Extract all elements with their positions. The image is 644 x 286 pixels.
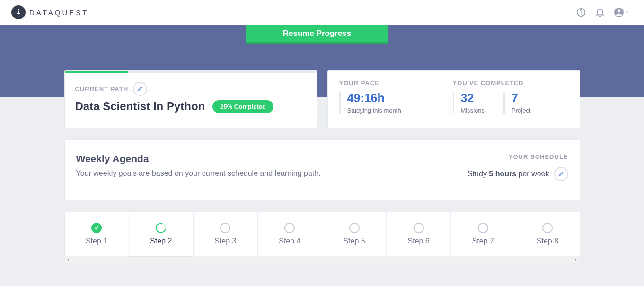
edit-path-button[interactable] [133,82,147,96]
pace-sub: Studying this month [347,107,453,114]
step-status-icon [349,223,360,233]
schedule-prefix: Study [468,170,489,178]
missions-value: 32 [461,92,485,104]
current-path-label: CURRENT PATH [75,86,129,93]
step-status-icon [220,223,230,233]
account-icon[interactable] [614,7,630,17]
step-status-icon [154,221,168,235]
step-tab-5[interactable]: Step 5 [322,212,387,256]
schedule-text: Study 5 hours per week [468,170,549,178]
step-tab-2[interactable]: Step 2 [129,212,194,256]
schedule-hours: 5 hours [489,170,516,178]
brand-logo[interactable]: DATAQUEST [11,5,88,19]
bell-icon[interactable] [595,7,605,17]
edit-schedule-button[interactable] [554,167,568,181]
rocket-icon [11,5,26,19]
step-tab-8[interactable]: Step 8 [515,212,579,256]
agenda-title: Weekly Agenda [76,153,321,165]
stats-card: YOUR PACE 49:16h Studying this month YOU… [327,70,580,128]
svg-point-2 [581,14,581,15]
path-title: Data Scientist In Python [75,100,205,113]
help-icon[interactable] [576,7,586,17]
step-label: Step 7 [472,237,494,245]
app-header: DATAQUEST [0,0,644,25]
step-tab-3[interactable]: Step 3 [194,212,258,256]
step-status-icon [542,223,553,233]
weekly-agenda-card: Weekly Agenda Your weekly goals are base… [64,139,580,200]
check-icon [91,223,102,233]
step-label: Step 4 [279,237,300,245]
step-tab-7[interactable]: Step 7 [451,212,515,256]
project-value: 7 [512,92,530,104]
agenda-sub: Your weekly goals are based on your curr… [76,169,321,178]
step-tab-4[interactable]: Step 4 [258,212,322,256]
step-label: Step 1 [86,237,107,245]
header-actions [576,7,633,17]
scroll-left-icon[interactable]: ◄ [65,258,71,262]
step-label: Step 3 [214,237,236,245]
scroll-right-icon[interactable]: ► [573,258,579,262]
step-label: Step 6 [408,237,430,245]
step-status-icon [284,223,295,233]
step-label: Step 8 [537,237,558,245]
completion-pill: 25% Completed [212,100,273,113]
content-scroll[interactable]: Resume Progress CURRENT PATH Data Scie [0,25,644,286]
schedule-suffix: per week [516,170,549,178]
step-label: Step 2 [150,237,172,245]
step-tab-6[interactable]: Step 6 [387,212,451,256]
pace-value: 49:16h [347,92,453,104]
step-status-icon [478,223,488,233]
steps-nav: Step 1Step 2Step 3Step 4Step 5Step 6Step… [64,212,580,256]
step-tab-1[interactable]: Step 1 [65,212,129,256]
step-status-icon [414,223,424,233]
missions-sub: Missions [461,107,485,114]
resume-progress-button[interactable]: Resume Progress [246,25,388,44]
completed-label: YOU'VE COMPLETED [453,79,568,87]
step-label: Step 5 [343,237,365,245]
current-path-card: CURRENT PATH Data Scientist In Python 25… [64,70,317,128]
horizontal-scrollbar[interactable]: ◄ ► [64,256,580,263]
brand-name: DATAQUEST [29,9,88,17]
schedule-label: YOUR SCHEDULE [468,153,568,160]
svg-point-4 [618,9,620,12]
project-sub: Project [512,107,530,114]
svg-point-0 [18,10,19,11]
pace-label: YOUR PACE [339,79,453,87]
